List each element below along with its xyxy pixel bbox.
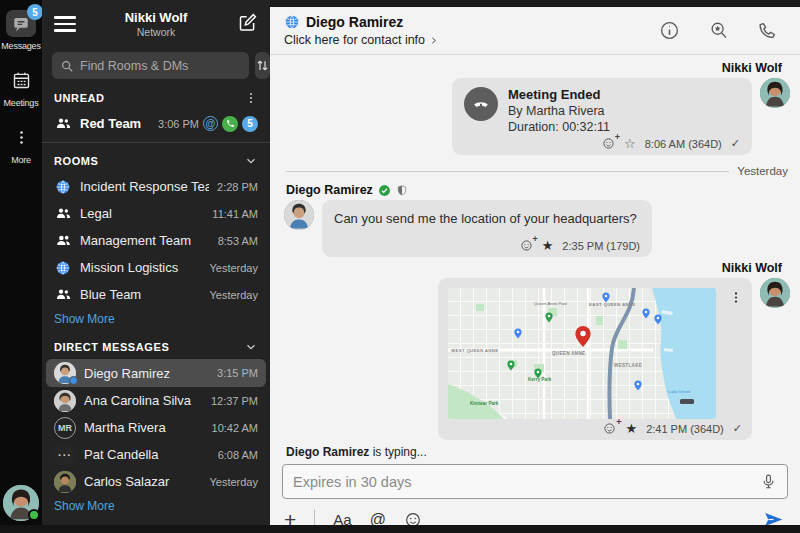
- typing-text: is typing...: [369, 445, 426, 459]
- message-list: Nikki Wolf Meeting Ended By Martha River…: [270, 55, 800, 442]
- room-time: 11:41 AM: [212, 208, 258, 220]
- meeting-title: Meeting Ended: [508, 87, 610, 102]
- dm-name: Diego Ramirez: [84, 366, 209, 381]
- message-input[interactable]: [293, 474, 760, 490]
- current-user-avatar[interactable]: [3, 485, 39, 521]
- message-composer: [282, 464, 788, 499]
- chat-title: Diego Ramirez: [306, 14, 403, 30]
- sidebar-item-blue-team[interactable]: Blue Team Yesterday: [42, 281, 270, 308]
- message-time: 2:35 PM (179D): [562, 240, 640, 252]
- call-badge: [222, 116, 238, 132]
- room-time: 8:53 AM: [218, 235, 258, 247]
- search-input[interactable]: [80, 59, 241, 73]
- chat-header: Diego Ramirez Click here for contact inf…: [270, 7, 800, 55]
- sort-arrows-icon: [255, 58, 270, 73]
- contact-info-label: Click here for contact info: [284, 33, 425, 47]
- unread-count-badge: 5: [242, 116, 258, 132]
- add-reaction-icon[interactable]: +: [602, 137, 615, 150]
- room-name: Legal: [80, 206, 204, 221]
- phone-icon[interactable]: [757, 20, 778, 41]
- menu-hamburger-icon[interactable]: [54, 16, 76, 32]
- room-name: Red Team: [80, 116, 150, 131]
- dm-name: Ana Carolina Silva: [84, 393, 203, 408]
- meeting-by: By Martha Rivera: [508, 104, 610, 118]
- pat-candella-avatar: ···: [54, 444, 76, 466]
- starred-search-icon[interactable]: [708, 20, 729, 41]
- starred-message-icon[interactable]: ★: [542, 239, 554, 252]
- sidebar-item-management-team[interactable]: Management Team 8:53 AM: [42, 227, 270, 254]
- sidebar: Nikki Wolf Network UNREAD Re: [42, 0, 270, 533]
- nav-meetings[interactable]: Meetings: [0, 67, 42, 108]
- dm-time: 10:42 AM: [212, 422, 258, 434]
- map-area-label: EAST QUEEN ANNE: [589, 302, 636, 307]
- search-box[interactable]: [52, 52, 249, 79]
- starred-message-icon[interactable]: ★: [625, 422, 637, 435]
- sender-name: Nikki Wolf: [284, 261, 790, 275]
- map-park-label: Kerry Park: [528, 377, 552, 382]
- contact-info-link[interactable]: Click here for contact info: [284, 33, 438, 47]
- room-time: Yesterday: [209, 289, 258, 301]
- message-options-kebab-icon[interactable]: [729, 290, 743, 309]
- dms-header-label: DIRECT MESSAGES: [54, 341, 169, 353]
- add-reaction-icon[interactable]: +: [603, 422, 616, 435]
- nav-rail: 5 Messages Meetings More: [0, 0, 42, 533]
- verified-badge-icon: [378, 184, 391, 197]
- dms-show-more-link[interactable]: Show More: [42, 495, 270, 521]
- section-rooms: ROOMS: [42, 148, 270, 173]
- sidebar-item-carlos-salazar[interactable]: Carlos Salazar Yesterday: [42, 468, 270, 495]
- ana-carolina-avatar: [54, 390, 76, 412]
- dm-time: 12:37 PM: [211, 395, 258, 407]
- nikki-wolf-avatar: [760, 78, 790, 108]
- network-subtitle: Network: [84, 26, 228, 38]
- unread-kebab-icon[interactable]: [244, 91, 258, 105]
- sent-check-icon: ✓: [733, 422, 742, 435]
- dm-name: Pat Candella: [84, 447, 210, 462]
- nav-more[interactable]: More: [0, 124, 42, 165]
- sidebar-item-red-team[interactable]: Red Team 3:06 PM @ 5: [42, 110, 270, 137]
- sidebar-header: Nikki Wolf Network: [42, 0, 270, 44]
- chat-panel: Diego Ramirez Click here for contact inf…: [270, 0, 800, 533]
- sidebar-item-ana-carolina-silva[interactable]: Ana Carolina Silva 12:37 PM: [42, 387, 270, 414]
- sidebar-item-diego-ramirez[interactable]: Diego Ramirez 3:15 PM: [46, 359, 266, 387]
- mention-badge: @: [203, 116, 218, 131]
- dm-time: 3:15 PM: [217, 367, 258, 379]
- room-time: 2:28 PM: [217, 181, 258, 193]
- microphone-icon[interactable]: [760, 473, 777, 490]
- info-icon[interactable]: [659, 20, 680, 41]
- sidebar-item-incident-response-team[interactable]: Incident Response Team 2:28 PM: [42, 173, 270, 200]
- compose-icon[interactable]: [237, 12, 258, 37]
- sort-button[interactable]: [255, 52, 270, 79]
- meeting-bubble: Meeting Ended By Martha Rivera Duration:…: [452, 78, 752, 155]
- nav-messages-label: Messages: [1, 41, 40, 51]
- room-time: Yesterday: [209, 262, 258, 274]
- message-map: WEST QUEEN ANNE QUEEN ANNE EAST QUEEN AN…: [284, 278, 790, 440]
- people-icon: [54, 232, 72, 249]
- rooms-show-more-link[interactable]: Show More: [42, 308, 270, 334]
- chevron-down-icon[interactable]: [244, 340, 258, 354]
- sidebar-item-martha-rivera[interactable]: MR Martha Rivera 10:42 AM: [42, 414, 270, 441]
- star-message-icon[interactable]: ☆: [624, 137, 636, 150]
- sent-check-icon: ✓: [731, 137, 740, 150]
- message-time: 2:41 PM (364D): [646, 423, 724, 435]
- search-icon: [60, 59, 74, 73]
- chevron-down-icon[interactable]: [244, 154, 258, 168]
- call-ended-icon: [464, 87, 498, 121]
- unread-badges: 3:06 PM @ 5: [158, 116, 258, 132]
- day-divider-label: Yesterday: [737, 165, 788, 177]
- sidebar-item-mission-logistics[interactable]: Mission Logistics Yesterday: [42, 254, 270, 281]
- sidebar-item-pat-candella[interactable]: ··· Pat Candella 6:08 AM: [42, 441, 270, 468]
- map-poi-label: Lake Union: [668, 389, 691, 394]
- room-name: Management Team: [80, 233, 210, 248]
- sidebar-item-legal[interactable]: Legal 11:41 AM: [42, 200, 270, 227]
- map-poi-label: Queen Anne Pool: [534, 301, 567, 306]
- location-map[interactable]: WEST QUEEN ANNE QUEEN ANNE EAST QUEEN AN…: [448, 288, 716, 419]
- add-reaction-icon[interactable]: +: [520, 239, 533, 252]
- typing-user-name: Diego Ramirez: [286, 445, 369, 459]
- map-area-label: QUEEN ANNE: [552, 351, 585, 356]
- dm-avatar-wrap: [54, 362, 76, 384]
- room-time: 3:06 PM: [158, 118, 199, 130]
- day-divider: Yesterday: [286, 165, 788, 177]
- dm-time: Yesterday: [209, 476, 258, 488]
- nav-messages[interactable]: 5 Messages: [0, 10, 42, 51]
- people-icon: [54, 286, 72, 303]
